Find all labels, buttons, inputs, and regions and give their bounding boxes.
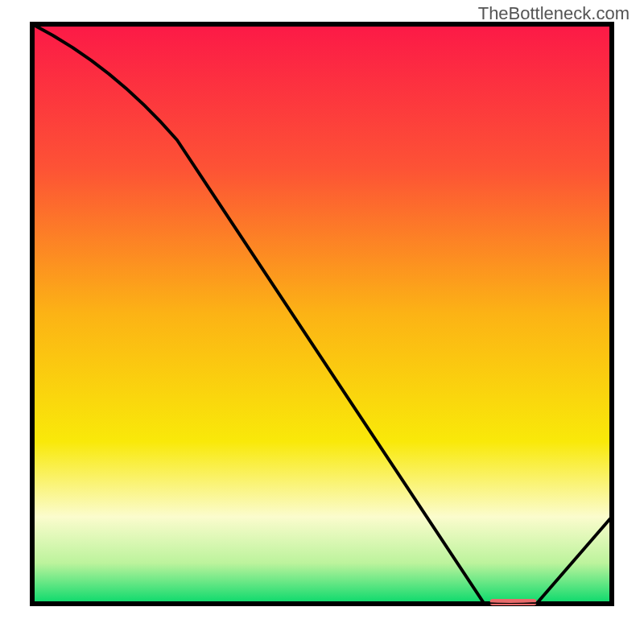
line-chart [0, 0, 644, 644]
optimum-marker [490, 599, 537, 605]
chart-container: TheBottleneck.com [0, 0, 644, 644]
watermark-label: TheBottleneck.com [478, 3, 630, 24]
plot-background [32, 24, 612, 604]
